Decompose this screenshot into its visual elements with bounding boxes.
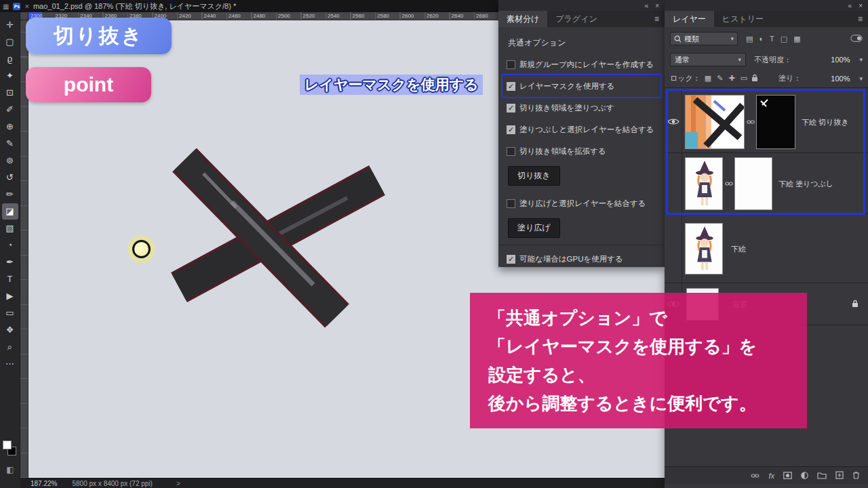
- tool-crop[interactable]: ⊡: [2, 85, 18, 101]
- ruler-number: 2500: [276, 12, 301, 20]
- option-use-gpu[interactable]: 可能な場合はGPUを使用する: [502, 248, 660, 270]
- layer-row-shitae-nuritsubushi[interactable]: 下絵 塗りつぶし: [665, 153, 868, 214]
- tab-close-icon[interactable]: ×: [24, 2, 28, 10]
- crop-button[interactable]: 切り抜き: [508, 166, 560, 186]
- foreground-color-swatch[interactable]: [3, 441, 12, 449]
- tool-magic-wand[interactable]: ✦: [2, 68, 18, 84]
- link-layers-icon[interactable]: [751, 470, 760, 482]
- tool-lasso[interactable]: ϱ: [2, 51, 18, 67]
- tool-gradient[interactable]: ▧: [2, 220, 18, 237]
- panel-menu-icon[interactable]: ≡: [654, 11, 659, 27]
- zoom-level[interactable]: 187.22%: [31, 480, 57, 487]
- delete-layer-icon[interactable]: [852, 470, 860, 482]
- layer-mask-thumbnail[interactable]: [734, 157, 772, 210]
- tab-history[interactable]: ヒストリー: [714, 11, 772, 27]
- adjustment-layer-icon[interactable]: [801, 470, 808, 482]
- tool-clone-stamp[interactable]: ⊚: [2, 152, 18, 169]
- filter-smart-objects-icon[interactable]: ▦: [793, 35, 800, 43]
- layer-thumbnail[interactable]: [685, 223, 723, 274]
- visibility-toggle[interactable]: [665, 214, 682, 283]
- checkbox[interactable]: [507, 125, 515, 134]
- material-split-panel: « × 素材分け プラグイン ≡ 共通オプション 新規グループ内にレイヤーを作成…: [498, 0, 665, 267]
- new-group-icon[interactable]: [817, 470, 827, 482]
- fill-dropdown[interactable]: 100% ▾: [831, 75, 863, 83]
- tool-path-select[interactable]: ▶: [2, 288, 18, 304]
- tool-healing[interactable]: ⊕: [2, 119, 18, 135]
- color-swatches[interactable]: [0, 439, 20, 461]
- blend-mode-dropdown[interactable]: 通常 ▾: [670, 53, 746, 66]
- filter-kind-dropdown[interactable]: 種類 ▾: [670, 32, 738, 45]
- collapse-panel-icon[interactable]: «: [848, 2, 852, 9]
- tool-hand[interactable]: ❖: [2, 322, 18, 338]
- visibility-toggle[interactable]: [665, 153, 682, 214]
- option-expand-crop-area[interactable]: 切り抜き領域を拡張する: [502, 140, 660, 162]
- panel-menu-icon[interactable]: ≡: [858, 11, 863, 27]
- tool-zoom[interactable]: ⌕: [2, 339, 18, 355]
- option-create-group-layer[interactable]: 新規グループ内にレイヤーを作成する: [502, 54, 660, 75]
- lock-row: ロック： ▦✎✚▭ 塗り： 100% ▾: [665, 69, 868, 88]
- tool-move[interactable]: ✛: [2, 17, 18, 33]
- ruler-number: 2460: [226, 12, 252, 20]
- tool-pencil[interactable]: ✏: [2, 186, 18, 203]
- tool-eyedropper[interactable]: ✐: [2, 102, 18, 118]
- lock-all-icon[interactable]: [751, 74, 758, 83]
- layer-thumbnail[interactable]: [685, 95, 745, 149]
- app-menu-icon[interactable]: ▦: [3, 3, 9, 10]
- option-use-layer-mask[interactable]: レイヤーマスクを使用する: [502, 75, 660, 97]
- instruction-line: 「レイヤーマスクを使用する」を: [488, 332, 807, 361]
- tab-plugin[interactable]: プラグイン: [547, 11, 605, 27]
- checkbox[interactable]: [507, 147, 515, 156]
- layer-row-shitae-kirinuki[interactable]: 下絵 切り抜き: [665, 91, 868, 153]
- tool-blur[interactable]: ◔: [2, 237, 18, 253]
- layer-effects-icon[interactable]: fx: [768, 472, 774, 480]
- checkbox[interactable]: [507, 60, 515, 69]
- tool-more-tools[interactable]: ⋯: [2, 356, 18, 372]
- new-layer-icon[interactable]: [835, 470, 844, 482]
- ruler-number: 2540: [326, 12, 351, 20]
- ruler-corner: [20, 12, 28, 20]
- close-panel-icon[interactable]: ×: [655, 2, 659, 9]
- collapse-panel-icon[interactable]: «: [645, 2, 649, 9]
- checkbox[interactable]: [507, 82, 515, 91]
- opacity-dropdown[interactable]: 100% ▾: [831, 56, 863, 64]
- layer-name: 下絵 塗りつぶし: [778, 178, 833, 188]
- quick-mask-icon[interactable]: ◧: [0, 465, 20, 474]
- tab-layers[interactable]: レイヤー: [665, 11, 714, 27]
- tool-shape[interactable]: ▭: [2, 305, 18, 321]
- lock-transparency-icon[interactable]: ▦: [705, 74, 711, 83]
- tool-brush[interactable]: ✎: [2, 136, 18, 152]
- tool-eraser[interactable]: ◪: [2, 203, 18, 220]
- filter-type-layers-icon[interactable]: T: [770, 35, 774, 43]
- tool-type[interactable]: T: [2, 271, 18, 287]
- layer-mask-thumbnail[interactable]: [756, 95, 795, 149]
- option-label: 塗り広げと選択レイヤーを結合する: [519, 199, 646, 209]
- tool-pen[interactable]: ✒: [2, 254, 18, 270]
- panel-header: « ×: [665, 0, 868, 11]
- filter-shape-layers-icon[interactable]: ▢: [781, 35, 787, 43]
- add-mask-icon[interactable]: [783, 470, 792, 482]
- lock-artboard-icon[interactable]: ▭: [741, 74, 747, 83]
- options-list: 新規グループ内にレイヤーを作成するレイヤーマスクを使用する切り抜き領域を塗りつぶ…: [498, 54, 665, 162]
- tool-marquee[interactable]: ▢: [2, 34, 18, 50]
- tab-material-split[interactable]: 素材分け: [498, 11, 547, 27]
- layer-thumbnail[interactable]: [685, 157, 723, 210]
- status-chevron-icon[interactable]: >: [176, 480, 180, 487]
- filter-adjustment-layers-icon[interactable]: ◐: [759, 35, 764, 43]
- option-merge-spread-layer[interactable]: 塗り広げと選択レイヤーを結合する: [502, 192, 660, 214]
- tool-history-brush[interactable]: ↺: [2, 169, 18, 186]
- lock-pixels-icon[interactable]: ✎: [717, 74, 723, 83]
- lock-position-icon[interactable]: ✚: [728, 74, 734, 83]
- visibility-toggle[interactable]: [665, 91, 682, 152]
- filter-switch[interactable]: [850, 35, 863, 43]
- close-panel-icon[interactable]: ×: [859, 2, 863, 9]
- section-title: 共通オプション: [508, 37, 655, 49]
- spread-button[interactable]: 塗り広げ: [508, 218, 560, 238]
- checkbox[interactable]: [507, 255, 515, 264]
- checkbox[interactable]: [507, 199, 515, 208]
- option-merge-fill-selected-layer[interactable]: 塗りつぶしと選択レイヤーを結合する: [502, 119, 660, 140]
- filter-pixel-layers-icon[interactable]: ▤: [746, 35, 753, 43]
- option-fill-crop-area[interactable]: 切り抜き領域を塗りつぶす: [502, 97, 660, 119]
- layers-panel-actions: fx: [665, 466, 868, 484]
- layer-row-shitae[interactable]: 下絵: [665, 214, 868, 283]
- checkbox[interactable]: [507, 104, 515, 113]
